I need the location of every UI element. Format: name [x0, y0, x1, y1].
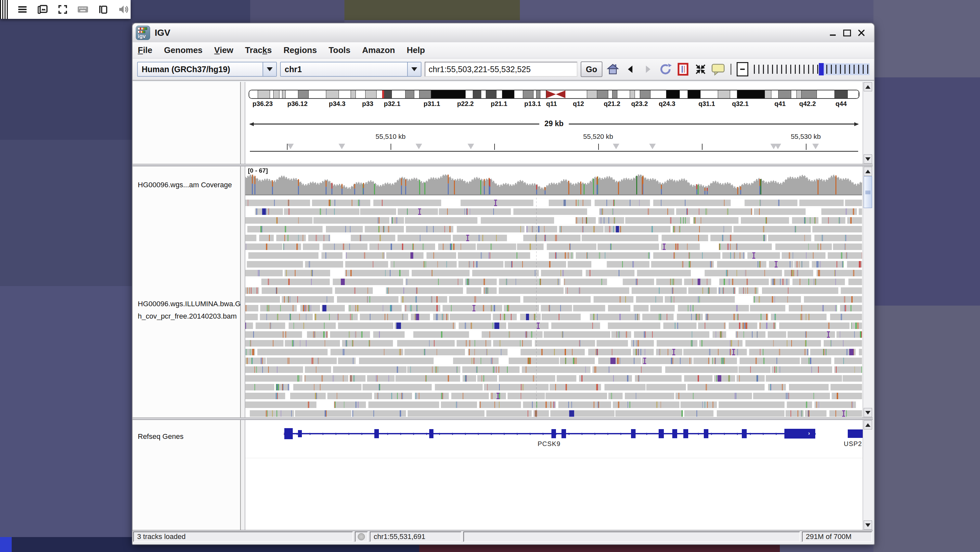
- scroll-up-icon[interactable]: [864, 82, 872, 91]
- displays-icon[interactable]: [37, 3, 49, 16]
- alignment-panel-scrollbar[interactable]: [863, 166, 873, 417]
- band-label: q12: [573, 100, 584, 108]
- gene-exon[interactable]: [551, 429, 556, 438]
- centromere: [546, 90, 566, 98]
- menu-item-tools[interactable]: Tools: [329, 45, 350, 55]
- minimize-icon[interactable]: [827, 27, 838, 38]
- menu-item-regions[interactable]: Regions: [284, 45, 317, 55]
- genome-select[interactable]: Human (GRCh37/hg19): [137, 62, 277, 77]
- zoom-tick: [845, 65, 845, 74]
- fit-to-window-icon[interactable]: [694, 62, 708, 77]
- coverage-range-label: [0 - 67]: [248, 167, 268, 174]
- ideogram-band: [249, 90, 258, 98]
- region-marker-icon[interactable]: [613, 144, 619, 149]
- region-marker-icon[interactable]: [415, 144, 422, 149]
- menu-item-tracks[interactable]: Tracks: [245, 45, 272, 55]
- region-marker-icon[interactable]: [775, 144, 781, 149]
- desktop: igv IGV FileGenomesViewTracksRegionsTool…: [0, 0, 980, 552]
- gene-exon[interactable]: [631, 429, 636, 438]
- title-bar[interactable]: igv IGV: [132, 23, 874, 43]
- zoom-tick: [758, 65, 759, 74]
- scroll-down-icon[interactable]: [864, 155, 872, 164]
- scrollbar-thumb[interactable]: [864, 176, 872, 208]
- band-label: q23.2: [632, 100, 648, 108]
- ideogram-band: [608, 90, 612, 98]
- menu-item-view[interactable]: View: [214, 45, 233, 55]
- gene-exon[interactable]: [659, 429, 664, 438]
- band-label: p33: [362, 100, 373, 108]
- region-marker-icon[interactable]: [812, 144, 819, 149]
- chromosome-select[interactable]: chr1: [280, 62, 422, 77]
- gene-panel: Refseq Genes ›››››››››››››››››››››››››››…: [132, 420, 873, 530]
- alignment-panel: HG00096.wgs...am Coverage HG00096.wgs.IL…: [132, 166, 873, 417]
- scroll-up-icon[interactable]: [864, 167, 872, 176]
- gene-exon[interactable]: [704, 429, 709, 438]
- region-marker-icon[interactable]: [468, 144, 474, 149]
- region-marker-icon[interactable]: [287, 144, 294, 149]
- locus-panel-data[interactable]: p36.23p36.12p34.3p33p32.1p31.1p22.2p21.1…: [245, 82, 863, 164]
- ideogram-band: [339, 90, 351, 98]
- gene-panel-scrollbar[interactable]: [863, 420, 873, 530]
- menu-item-genomes[interactable]: Genomes: [164, 45, 203, 55]
- gene-exon[interactable]: [284, 428, 293, 439]
- ideogram-band: [533, 90, 536, 98]
- clone-window-icon[interactable]: [97, 3, 109, 16]
- gene-exon[interactable]: [672, 429, 677, 438]
- band-label: p32.1: [384, 100, 400, 108]
- zoom-tick: [786, 65, 787, 74]
- drag-grip-icon[interactable]: [0, 0, 8, 19]
- gene-model[interactable]: ››››››››››››››››››››››››››››››››››››››››…: [245, 420, 863, 530]
- chevron-down-icon[interactable]: [407, 62, 421, 76]
- strand-arrow-icon: ›: [309, 431, 311, 437]
- band-label: q42.2: [799, 100, 816, 108]
- scroll-up-icon[interactable]: [864, 420, 872, 429]
- gene-exon[interactable]: [429, 429, 433, 438]
- band-label: p36.12: [287, 100, 307, 108]
- tooltip-popup-icon[interactable]: [711, 62, 725, 77]
- menu-item-help[interactable]: Help: [407, 45, 425, 55]
- gene-exon[interactable]: [683, 429, 688, 438]
- volume-icon[interactable]: [117, 3, 129, 16]
- band-label: p31.1: [423, 100, 440, 108]
- alignment-track-name[interactable]: HG00096.wgs.ILLUMINA.bwa.G h_cov_pcr_fre…: [138, 298, 241, 322]
- region-marker-icon[interactable]: [339, 144, 345, 149]
- coverage-track-name[interactable]: HG00096.wgs...am Coverage: [138, 181, 232, 189]
- gene2-exon[interactable]: [848, 429, 863, 438]
- chevron-down-icon[interactable]: [262, 62, 276, 76]
- region-tool-icon[interactable]: [676, 62, 690, 77]
- gene-track-name[interactable]: Refseq Genes: [138, 432, 184, 441]
- ideogram-band: [730, 90, 737, 98]
- go-button[interactable]: Go: [581, 61, 603, 77]
- strand-arrow-icon: ›: [724, 431, 725, 437]
- menu-item-file[interactable]: File: [138, 45, 153, 55]
- chromosome-ideogram[interactable]: [248, 90, 859, 99]
- region-marker-icon[interactable]: [649, 144, 656, 149]
- forward-icon[interactable]: [641, 62, 655, 77]
- zoom-slider[interactable]: [752, 62, 870, 76]
- fullscreen-icon[interactable]: [57, 3, 69, 16]
- keyboard-icon[interactable]: [77, 3, 89, 16]
- igv-app-icon: igv: [136, 26, 150, 40]
- strand-arrow-icon: ›: [711, 431, 712, 437]
- close-icon[interactable]: [856, 27, 867, 38]
- zoom-slider-thumb[interactable]: [819, 63, 824, 75]
- zoom-out-icon[interactable]: [737, 62, 748, 77]
- maximize-icon[interactable]: [842, 27, 853, 38]
- locus-input[interactable]: [425, 62, 578, 77]
- gene-exon[interactable]: [298, 430, 302, 437]
- scroll-down-icon[interactable]: [864, 520, 872, 530]
- gene-exon[interactable]: [742, 429, 747, 438]
- gene-exon[interactable]: ›: [784, 429, 815, 439]
- locus-panel-scrollbar[interactable]: [863, 82, 873, 164]
- menu-icon[interactable]: [16, 3, 29, 16]
- refresh-icon[interactable]: [658, 62, 673, 77]
- gene-exon[interactable]: [562, 429, 566, 438]
- back-icon[interactable]: [623, 62, 638, 77]
- gene-exon[interactable]: [374, 429, 379, 438]
- scroll-down-icon[interactable]: [864, 408, 872, 417]
- strand-arrow-icon: ›: [465, 431, 466, 437]
- menu-item-amazon[interactable]: Amazon: [362, 45, 395, 55]
- home-icon[interactable]: [606, 62, 620, 77]
- strand-arrow-icon: ›: [504, 431, 505, 437]
- alignment-canvas[interactable]: [245, 166, 862, 417]
